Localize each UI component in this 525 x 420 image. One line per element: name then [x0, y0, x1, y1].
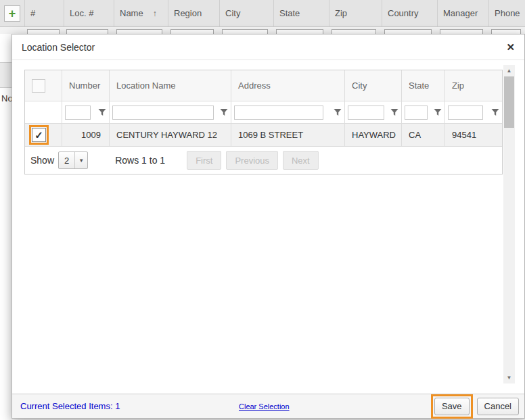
filter-cell-location-name: [110, 101, 231, 124]
filter-cell-city: [345, 101, 402, 124]
vertical-scrollbar[interactable]: ▲ ▼: [503, 65, 515, 383]
zip-filter-input[interactable]: [448, 106, 483, 120]
location-table: Number Location Name Address City State …: [24, 70, 503, 174]
cell-location-name: CENTURY HAYWARD 12: [110, 124, 231, 147]
column-header-address[interactable]: Address: [231, 70, 345, 101]
cell-zip: 94541: [445, 124, 502, 147]
location-selector-modal: Location Selector ✕ Number Location Name…: [12, 34, 525, 419]
checkbox-highlight-box: ✓: [29, 125, 49, 145]
column-header-location-name[interactable]: Location Name: [110, 70, 231, 101]
modal-body: Number Location Name Address City State …: [12, 60, 524, 394]
bg-column-label: Country: [388, 8, 419, 18]
column-header-label: Zip: [452, 80, 464, 91]
first-page-button[interactable]: First: [187, 151, 221, 170]
add-row-button[interactable]: +: [4, 5, 20, 22]
bg-column-loc-number[interactable]: Loc. #: [64, 0, 114, 26]
filter-cell-checkbox: [25, 101, 62, 124]
column-header-state[interactable]: State: [402, 70, 445, 101]
page-size-select[interactable]: 2 ▼: [58, 151, 88, 169]
check-icon: ✓: [35, 124, 43, 147]
scrollbar-thumb[interactable]: [504, 76, 514, 128]
column-header-label: State: [409, 80, 429, 91]
next-page-button[interactable]: Next: [283, 151, 319, 170]
clear-selection-link[interactable]: Clear Selection: [239, 402, 290, 411]
cell-city: HAYWARD: [345, 124, 402, 147]
select-all-checkbox[interactable]: [32, 79, 45, 93]
filter-cell-zip: [445, 101, 502, 124]
state-filter-input[interactable]: [405, 106, 428, 120]
filter-icon[interactable]: [491, 108, 499, 116]
bg-column-label: #: [30, 8, 35, 18]
column-header-zip[interactable]: Zip: [445, 70, 502, 101]
modal-footer: Current Selected Items: 1 Clear Selectio…: [12, 394, 524, 418]
bg-column-number[interactable]: #: [24, 0, 64, 26]
bg-column-label: City: [225, 8, 240, 18]
cell-number: 1009: [62, 124, 110, 147]
bg-column-label: Region: [174, 8, 202, 18]
filter-icon[interactable]: [334, 108, 342, 116]
save-highlight-box: Save: [431, 394, 473, 419]
bg-column-city[interactable]: City: [219, 0, 273, 26]
location-name-filter-input[interactable]: [112, 106, 214, 120]
table-row[interactable]: ✓ 1009 CENTURY HAYWARD 12 1069 B STREET …: [25, 124, 502, 147]
city-filter-input[interactable]: [348, 106, 384, 120]
column-header-number[interactable]: Number: [62, 70, 110, 101]
bg-column-label: Phone: [495, 8, 520, 18]
bg-column-state[interactable]: State: [273, 0, 329, 26]
column-header-label: City: [352, 80, 367, 91]
column-header-city[interactable]: City: [345, 70, 402, 101]
bg-column-label: Loc. #: [70, 8, 93, 18]
bg-column-manager[interactable]: Manager: [437, 0, 488, 26]
cell-state: CA: [402, 124, 445, 147]
sort-ascending-icon: ↑: [153, 9, 157, 18]
bg-column-zip[interactable]: Zip: [329, 0, 382, 26]
show-label: Show: [30, 155, 54, 166]
pager: Show 2 ▼ Rows 1 to 1 First Previous Next: [25, 147, 502, 174]
filter-cell-number: [62, 101, 110, 124]
previous-page-button[interactable]: Previous: [226, 151, 278, 170]
filter-cell-state: [402, 101, 445, 124]
plus-icon: +: [9, 7, 16, 20]
filter-icon[interactable]: [434, 108, 442, 116]
filter-icon[interactable]: [390, 108, 398, 116]
bg-column-region[interactable]: Region: [168, 0, 219, 26]
row-checkbox-cell: ✓: [25, 124, 62, 147]
modal-header: Location Selector ✕: [12, 34, 524, 60]
save-button[interactable]: Save: [434, 398, 470, 415]
close-icon[interactable]: ✕: [506, 42, 515, 52]
bg-column-phone[interactable]: Phone: [488, 0, 525, 26]
column-header-label: Address: [238, 80, 271, 91]
rows-range-text: Rows 1 to 1: [115, 155, 165, 166]
scroll-down-icon[interactable]: ▼: [503, 372, 515, 383]
scroll-up-icon[interactable]: ▲: [503, 65, 515, 76]
filter-icon[interactable]: [98, 108, 106, 116]
bg-column-label: Manager: [443, 8, 478, 18]
bg-column-label: Zip: [335, 8, 347, 18]
chevron-down-icon: ▼: [74, 152, 87, 168]
background-row-fragment: [0, 62, 12, 88]
select-all-cell: [25, 70, 62, 101]
address-filter-input[interactable]: [234, 106, 323, 120]
bg-column-name[interactable]: Name ↑: [114, 0, 168, 26]
selected-items-count: Current Selected Items: 1: [20, 401, 120, 411]
column-header-label: Number: [69, 80, 100, 91]
bg-column-country[interactable]: Country: [382, 0, 437, 26]
bg-column-label: State: [279, 8, 300, 18]
bg-column-label: Name: [120, 8, 143, 18]
modal-title: Location Selector: [22, 42, 95, 53]
number-filter-input[interactable]: [65, 106, 91, 120]
page-size-value: 2: [59, 156, 74, 166]
row-checkbox[interactable]: ✓: [32, 128, 46, 142]
cell-address: 1069 B STREET: [231, 124, 345, 147]
column-header-label: Location Name: [116, 80, 175, 91]
filter-cell-address: [231, 101, 345, 124]
table-filter-row: [25, 101, 502, 124]
add-row-cell: +: [0, 0, 24, 26]
table-header-row: Number Location Name Address City State …: [25, 70, 502, 101]
filter-icon[interactable]: [220, 108, 228, 116]
cancel-button[interactable]: Cancel: [477, 398, 519, 415]
background-table-header: + # Loc. # Name ↑ Region City State Zip …: [0, 0, 525, 27]
background-left-sliver: No: [0, 34, 12, 420]
